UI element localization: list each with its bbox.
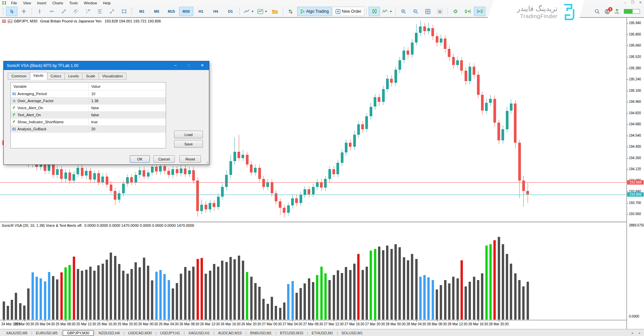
volume-bar[interactable] xyxy=(48,272,50,320)
symbol-tab-nzdusd[interactable]: NZDUSD,H4 xyxy=(95,330,123,336)
vertical-line-tool-button[interactable] xyxy=(34,7,45,16)
candle-body[interactable] xyxy=(217,197,220,207)
volume-bar[interactable] xyxy=(283,303,285,320)
volume-bar[interactable] xyxy=(514,273,517,320)
volume-bar[interactable] xyxy=(275,306,277,320)
volume-bar[interactable] xyxy=(27,288,30,320)
level-indicator[interactable]: LVL xyxy=(615,9,619,14)
candle-body[interactable] xyxy=(382,89,385,102)
candle-body[interactable] xyxy=(126,177,129,184)
candle-body[interactable] xyxy=(324,179,327,188)
candle-body[interactable] xyxy=(258,168,261,179)
volume-bar[interactable] xyxy=(378,247,380,320)
candle-body[interactable] xyxy=(246,155,249,164)
volume-bar[interactable] xyxy=(328,280,331,320)
volume-bar[interactable] xyxy=(267,304,269,320)
candle-body[interactable] xyxy=(139,170,141,175)
menu-tools[interactable]: Tools xyxy=(66,1,81,5)
volume-bar[interactable] xyxy=(36,277,38,320)
candle-body[interactable] xyxy=(250,164,253,173)
volume-bar[interactable] xyxy=(233,259,236,320)
parameter-value[interactable]: false xyxy=(89,113,99,117)
candle-body[interactable] xyxy=(501,129,504,141)
volume-bar[interactable] xyxy=(308,278,310,320)
volume-bar[interactable] xyxy=(126,274,129,320)
volume-bar[interactable] xyxy=(262,299,265,320)
candle-body[interactable] xyxy=(135,175,137,182)
candle-body[interactable] xyxy=(436,36,438,43)
parameter-row[interactable]: ½Over_Average_Factor1.38 xyxy=(11,97,166,105)
candlestick-chart-button[interactable] xyxy=(369,7,380,16)
volume-bar[interactable] xyxy=(155,272,158,320)
volume-bar[interactable] xyxy=(407,260,409,320)
volume-bar[interactable] xyxy=(320,267,323,320)
candle-body[interactable] xyxy=(353,135,356,147)
candle-body[interactable] xyxy=(308,189,310,194)
volume-bar[interactable] xyxy=(452,277,454,320)
volume-bar[interactable] xyxy=(89,267,92,320)
volume-bar[interactable] xyxy=(279,308,281,320)
cursor-tool-button[interactable] xyxy=(6,7,17,16)
horizontal-line-tool-button[interactable] xyxy=(46,7,57,16)
candle-body[interactable] xyxy=(345,143,347,152)
volume-bar[interactable] xyxy=(93,271,96,320)
candle-body[interactable] xyxy=(374,97,376,107)
volume-bar[interactable] xyxy=(197,259,199,320)
candle-body[interactable] xyxy=(407,51,409,55)
candle-body[interactable] xyxy=(452,57,455,65)
candle-body[interactable] xyxy=(97,173,100,182)
crosshair-tool-button[interactable] xyxy=(18,7,30,16)
volume-bar[interactable] xyxy=(238,256,240,320)
shift-end-button[interactable] xyxy=(462,7,473,16)
volume-bar[interactable] xyxy=(427,277,430,320)
volume-bar[interactable] xyxy=(423,275,426,320)
window-restore-icon[interactable]: ❐ xyxy=(631,0,634,5)
volume-bar[interactable] xyxy=(518,280,521,320)
candle-body[interactable] xyxy=(48,164,50,171)
candle-body[interactable] xyxy=(266,182,269,187)
screenshot-button[interactable] xyxy=(434,7,445,16)
volume-bar[interactable] xyxy=(168,280,170,320)
ok-button[interactable]: OK xyxy=(130,155,150,163)
volume-bar[interactable] xyxy=(56,279,58,320)
volume-bar[interactable] xyxy=(68,265,71,320)
candle-body[interactable] xyxy=(427,28,430,31)
candle-body[interactable] xyxy=(52,164,55,175)
candle-body[interactable] xyxy=(506,111,508,129)
candle-body[interactable] xyxy=(386,79,389,89)
candle-body[interactable] xyxy=(147,173,150,177)
candle-body[interactable] xyxy=(72,174,75,181)
candle-body[interactable] xyxy=(143,170,145,177)
candle-body[interactable] xyxy=(332,169,335,174)
volume-bar[interactable] xyxy=(15,293,17,320)
candle-body[interactable] xyxy=(171,169,174,175)
resize-grip[interactable] xyxy=(206,161,208,164)
parameter-value[interactable]: false xyxy=(89,106,99,110)
dialog-tab-inputs[interactable]: Inputs xyxy=(30,72,47,80)
symbol-tab-xauusd[interactable]: XAUUSD,M5 xyxy=(3,330,31,336)
candle-body[interactable] xyxy=(106,177,108,185)
candle-body[interactable] xyxy=(444,39,446,49)
candle-body[interactable] xyxy=(64,173,67,179)
candle-body[interactable] xyxy=(390,79,393,83)
symbol-tab-btcusd[interactable]: BTCUSD,M15 xyxy=(277,330,307,336)
cancel-button[interactable]: Cancel xyxy=(153,155,175,163)
candle-body[interactable] xyxy=(56,169,59,175)
volume-bar[interactable] xyxy=(40,278,42,320)
volume-bar[interactable] xyxy=(291,281,294,320)
candle-body[interactable] xyxy=(122,184,125,193)
symbol-tab-usdcad[interactable]: USDCAD,M30 xyxy=(125,330,155,336)
volume-bar[interactable] xyxy=(250,277,253,320)
volume-bar[interactable] xyxy=(60,272,63,320)
volume-bar[interactable] xyxy=(205,274,207,320)
candle-body[interactable] xyxy=(237,152,240,158)
volume-bar[interactable] xyxy=(217,267,219,320)
volume-bar[interactable] xyxy=(147,266,149,320)
volume-bar[interactable] xyxy=(73,257,75,320)
volume-bar[interactable] xyxy=(489,244,492,320)
volume-bar[interactable] xyxy=(102,264,104,320)
candle-body[interactable] xyxy=(254,168,257,173)
timeframe-m15-button[interactable]: M15 xyxy=(164,7,178,16)
candle-body[interactable] xyxy=(101,177,104,182)
candle-body[interactable] xyxy=(85,171,88,176)
